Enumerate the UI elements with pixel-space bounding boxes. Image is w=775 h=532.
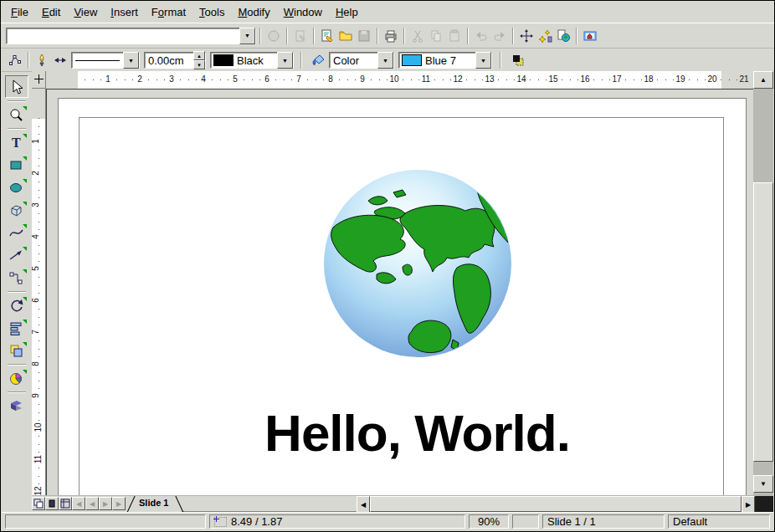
fill-type-value[interactable]: Color	[330, 54, 377, 67]
edit-points-icon[interactable]	[6, 51, 24, 69]
shadow-icon[interactable]	[509, 51, 527, 69]
tab-label: Slide 1	[139, 498, 168, 508]
new-doc-icon[interactable]	[318, 27, 336, 45]
tool-rotate[interactable]	[6, 295, 28, 316]
line-width-spinner[interactable]: 0.00cm ▲ ▼	[144, 52, 206, 69]
print-icon[interactable]	[382, 27, 400, 45]
menu-help[interactable]: Help	[329, 3, 365, 21]
tool-ellipse[interactable]	[6, 177, 28, 198]
chevron-down-icon[interactable]: ▼	[475, 52, 491, 69]
menu-window[interactable]: Window	[277, 3, 329, 21]
menu-format[interactable]: Format	[145, 3, 192, 21]
status-slide-cell[interactable]: Slide 1 / 1	[542, 514, 665, 529]
scrollbar-track[interactable]	[753, 89, 773, 182]
spinner-buttons[interactable]: ▲ ▼	[193, 51, 205, 69]
horizontal-ruler[interactable]: 123456789101112131415161718192021	[46, 71, 753, 90]
ruler-tick	[148, 79, 149, 80]
save-icon	[355, 27, 373, 45]
tool-connector[interactable]	[6, 268, 28, 289]
separator	[8, 364, 26, 366]
tool-zoom[interactable]	[6, 105, 28, 125]
menu-tools[interactable]: Tools	[192, 3, 231, 21]
tool-lines-arrows[interactable]	[6, 245, 28, 266]
separator	[8, 128, 26, 130]
pen-icon[interactable]	[33, 51, 51, 69]
vertical-scrollbar[interactable]: ▲ ▼	[753, 71, 773, 495]
ruler-number: 8	[328, 74, 333, 84]
globe-object[interactable]	[321, 167, 514, 360]
ruler-tick	[180, 79, 181, 80]
ruler-number: 9	[32, 393, 40, 398]
scrollbar-thumb[interactable]	[753, 182, 773, 462]
fill-color-combobox[interactable]: Blue 7 ▼	[398, 52, 492, 69]
ruler-tick	[38, 381, 39, 381]
tool-3d-objects[interactable]	[6, 200, 28, 221]
fill-color-value[interactable]: Blue 7	[422, 54, 475, 67]
spin-down-icon[interactable]: ▼	[193, 60, 205, 69]
line-style-combobox[interactable]: ▼	[71, 52, 140, 69]
scroll-down-icon[interactable]: ▼	[753, 475, 773, 493]
tool-text[interactable]: T	[6, 132, 28, 153]
ruler-tick	[355, 79, 356, 80]
chevron-down-icon[interactable]: ▼	[277, 52, 293, 69]
zoom-icon[interactable]	[536, 27, 554, 45]
open-icon[interactable]	[336, 27, 355, 45]
page-style: Default	[673, 515, 707, 528]
separator	[8, 291, 26, 293]
scroll-up-icon[interactable]: ▲	[753, 71, 773, 89]
tool-arrange[interactable]	[6, 340, 28, 361]
line-color-value[interactable]: Black	[234, 54, 277, 67]
horizontal-scrollbar-thumb[interactable]	[370, 496, 742, 512]
tool-curve[interactable]	[6, 223, 28, 243]
master-mode-icon[interactable]	[45, 497, 59, 510]
ruler-tick	[634, 79, 634, 80]
ruler-tick	[570, 79, 571, 80]
url-combobox[interactable]: ▼	[6, 28, 256, 44]
drawing-canvas[interactable]: Hello, World.	[46, 89, 753, 495]
fill-can-icon[interactable]	[309, 51, 327, 69]
gallery-icon[interactable]	[581, 27, 599, 45]
navigator-icon[interactable]	[517, 27, 536, 45]
menu-edit[interactable]: Edit	[35, 3, 67, 21]
tool-rectangle[interactable]	[6, 155, 28, 176]
ruler-tick	[93, 79, 94, 80]
ruler-tick	[38, 150, 39, 151]
chevron-down-icon[interactable]: ▼	[123, 52, 139, 69]
spin-up-icon[interactable]: ▲	[193, 51, 205, 60]
tab-slide-1[interactable]: Slide 1	[129, 496, 182, 512]
vertical-ruler[interactable]: 123456789101112	[32, 89, 46, 495]
tool-alignment[interactable]	[6, 318, 28, 339]
tool-select[interactable]	[5, 75, 28, 98]
line-width-value[interactable]: 0.00cm	[145, 54, 193, 67]
slide-page[interactable]: Hello, World.	[58, 98, 747, 495]
arrow-ends-icon[interactable]	[51, 51, 69, 69]
ruler-number: 10	[389, 74, 398, 84]
scroll-right-icon[interactable]: ▶	[742, 496, 755, 513]
hyperlink-icon[interactable]	[554, 27, 572, 45]
slide-title-text[interactable]: Hello, World.	[74, 403, 753, 463]
tool-effects[interactable]	[6, 396, 28, 417]
ruler-tick	[530, 79, 531, 80]
menu-insert[interactable]: Insert	[104, 3, 145, 21]
menu-modify[interactable]: Modify	[231, 3, 276, 21]
ruler-tick	[316, 79, 316, 80]
fill-type-combobox[interactable]: Color ▼	[329, 52, 394, 69]
status-style-cell[interactable]: Default	[668, 514, 770, 529]
status-zoom-cell[interactable]: 90%	[469, 514, 509, 529]
ruler-tick	[275, 79, 276, 80]
line-color-combobox[interactable]: Black ▼	[210, 52, 294, 69]
menu-view[interactable]: View	[67, 3, 104, 21]
ruler-number: 12	[33, 486, 43, 495]
ruler-tick	[38, 356, 39, 357]
ruler-tick	[244, 79, 244, 80]
chevron-down-icon[interactable]: ▼	[377, 52, 393, 69]
layer-mode-icon[interactable]	[59, 497, 72, 510]
page-mode-icon[interactable]	[32, 497, 45, 510]
scrollbar-track[interactable]	[753, 462, 773, 475]
scroll-left-icon[interactable]: ◀	[357, 496, 370, 513]
tool-insert[interactable]	[6, 368, 28, 389]
status-position-cell[interactable]: 8.49 / 1.87	[209, 514, 465, 529]
ruler-tick	[196, 79, 197, 80]
menu-file[interactable]: File	[4, 3, 35, 21]
chevron-down-icon[interactable]: ▼	[239, 28, 255, 44]
